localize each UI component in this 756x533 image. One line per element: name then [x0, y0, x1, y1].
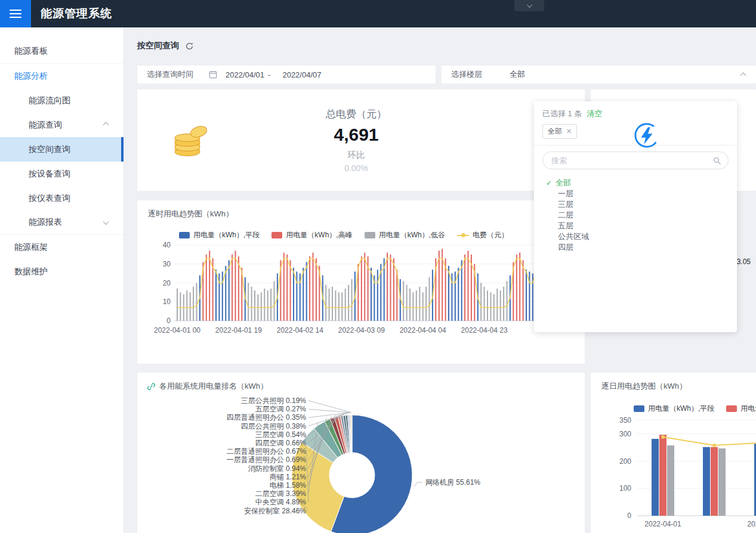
floor-option-label: 二层 [558, 210, 573, 221]
sidebar-item-能源分析[interactable]: 能源分析 [0, 64, 124, 88]
floor-option-label: 四层 [558, 242, 573, 253]
floor-option-label: 全部 [556, 178, 571, 188]
stat-title: 总电费（元） [282, 107, 431, 121]
daily-chart-title: 逐日用电趋势图（kWh） [591, 373, 756, 392]
selected-count: 已选择 1 条 [542, 109, 582, 118]
legend-label: 用电量（kWh）,平段 [648, 404, 714, 414]
time-filter-label: 选择查询时间 [147, 69, 193, 80]
svg-text:2022-04-03: 2022-04-03 [747, 520, 756, 528]
floor-option-三层[interactable]: 三层 [542, 199, 729, 210]
sidebar-item-能源报表[interactable]: 能源报表 [0, 210, 124, 235]
sidebar-item-能源流向图[interactable]: 能源流向图 [0, 88, 124, 113]
legend-swatch [726, 405, 737, 412]
calendar-icon [209, 70, 217, 79]
stat-sub-label: 环比 [282, 150, 431, 161]
sidebar-menu: 能源看板能源分析能源流向图能源查询按空间查询按设备查询按仪表查询能源报表能源框架… [0, 27, 124, 284]
hourly-trend-chart[interactable]: 0102030402022-04-01 002022-04-01 192022-… [137, 200, 585, 364]
legend-item[interactable]: 用电量（kWh）,平段 [179, 230, 260, 240]
sidebar-item-label: 按仪表查询 [29, 193, 108, 204]
chevron-down-icon [103, 219, 109, 225]
floor-option-公共区域[interactable]: 公共区域 [542, 231, 729, 242]
date-separator: - [268, 70, 270, 79]
stat-sub-value: 0.00% [282, 163, 431, 173]
svg-text:2022-04-01 00: 2022-04-01 00 [154, 326, 200, 334]
floor-search-input[interactable] [542, 151, 729, 169]
date-range-picker[interactable]: 选择查询时间 2022/04/01 - 2022/04/07 [137, 66, 436, 83]
search-icon [712, 156, 721, 165]
svg-text:五层空调 0.27%: 五层空调 0.27% [255, 405, 307, 413]
sidebar-item-数据维护[interactable]: 数据维护 [0, 259, 124, 284]
svg-text:40: 40 [163, 241, 171, 249]
main-content: 按空间查询 选择查询时间 2022/04/01 - 2022/04/07 选择楼… [124, 27, 756, 533]
selected-tag[interactable]: 全部✕ [542, 124, 577, 139]
daily-trend-chart[interactable]: 01002003003502022-04-012022-04-032022-04… [591, 373, 756, 533]
top-header: 能源管理系统 [0, 0, 756, 27]
svg-text:消防控制室 0.94%: 消防控制室 0.94% [248, 464, 307, 473]
legend-item[interactable]: 电费（元） [457, 230, 508, 240]
floor-option-label: 公共区域 [558, 231, 589, 242]
pie-chart-title: 各用能系统用电量排名（kWh） [159, 381, 268, 392]
svg-text:2022-04-01: 2022-04-01 [644, 520, 681, 528]
app-title: 能源管理系统 [41, 6, 112, 21]
stat-value: 4,691 [282, 125, 431, 145]
sidebar-item-按空间查询[interactable]: 按空间查询 [0, 137, 124, 162]
floor-option-label: 五层 [558, 221, 573, 231]
floor-option-五层[interactable]: 五层 [542, 221, 729, 231]
check-icon: ✓ [546, 178, 552, 188]
svg-text:300: 300 [619, 430, 631, 438]
sidebar-item-能源看板[interactable]: 能源看板 [0, 39, 124, 64]
sidebar-item-label: 按设备查询 [29, 169, 108, 179]
daily-chart-legend: 用电量（kWh）,平段用电量（kWh）,高峰用电量（kWh）,低谷电费（元） [634, 404, 756, 414]
svg-text:商铺 1.21%: 商铺 1.21% [270, 473, 307, 481]
tag-remove-icon[interactable]: ✕ [566, 128, 572, 135]
date-start[interactable]: 2022/04/01 [226, 70, 264, 79]
legend-item[interactable]: 用电量（kWh）,高峰 [271, 230, 352, 240]
svg-text:0: 0 [627, 512, 631, 520]
svg-text:安保控制室 28.46%: 安保控制室 28.46% [244, 507, 306, 515]
sidebar-item-能源框架[interactable]: 能源框架 [0, 235, 124, 259]
sidebar-item-按仪表查询[interactable]: 按仪表查询 [0, 186, 124, 210]
sidebar: 能源看板能源分析能源流向图能源查询按空间查询按设备查询按仪表查询能源报表能源框架… [0, 27, 124, 533]
legend-item[interactable]: 用电量（kWh）,高峰 [726, 404, 756, 414]
floor-option-label: 三层 [558, 199, 573, 210]
legend-swatch [634, 405, 644, 412]
svg-text:四层普通照明办公 0.35%: 四层普通照明办公 0.35% [227, 413, 307, 422]
selected-tag-label: 全部 [548, 126, 562, 137]
svg-text:四层空调 0.66%: 四层空调 0.66% [255, 439, 307, 447]
svg-text:2022-04-04 04: 2022-04-04 04 [400, 326, 446, 334]
svg-text:2022-04-02 14: 2022-04-02 14 [277, 326, 323, 334]
link-icon [147, 382, 156, 391]
floor-option-二层[interactable]: 二层 [542, 210, 729, 221]
legend-swatch [179, 232, 190, 238]
hamburger-menu-button[interactable] [0, 0, 31, 27]
legend-item[interactable]: 用电量（kWh）,平段 [634, 404, 714, 414]
ranking-pie-chart[interactable]: 三层公共照明 0.19%五层空调 0.27%四层普通照明办公 0.35%四层公共… [137, 373, 585, 533]
sidebar-item-label: 能源流向图 [29, 95, 108, 106]
floor-filter-label: 选择楼层 [451, 69, 482, 80]
clear-selection-button[interactable]: 清空 [587, 109, 602, 118]
svg-text:一层普通照明办公 0.69%: 一层普通照明办公 0.69% [227, 455, 307, 464]
sidebar-item-能源查询[interactable]: 能源查询 [0, 113, 124, 137]
floor-option-一层[interactable]: 一层 [542, 188, 729, 199]
date-end[interactable]: 2022/04/07 [282, 70, 321, 79]
header-collapse-tab[interactable] [514, 0, 544, 11]
svg-text:10: 10 [163, 298, 171, 306]
legend-label: 用电量（kWh）,平段 [193, 230, 260, 240]
refresh-icon[interactable] [185, 42, 194, 51]
page-title: 按空间查询 [137, 41, 179, 51]
lightning-icon [633, 122, 661, 149]
legend-swatch [271, 232, 282, 238]
svg-text:二层空调 3.39%: 二层空调 3.39% [255, 489, 307, 498]
svg-text:200: 200 [619, 457, 631, 466]
sidebar-item-label: 按空间查询 [29, 144, 108, 155]
svg-text:20: 20 [163, 279, 171, 287]
ranking-pie-panel: 各用能系统用电量排名（kWh） 三层公共照明 0.19%五层空调 0.27%四层… [137, 373, 585, 533]
floor-option-四层[interactable]: 四层 [542, 242, 729, 253]
sidebar-item-按设备查询[interactable]: 按设备查询 [0, 162, 124, 186]
chevron-down-icon [526, 2, 532, 8]
floor-select[interactable]: 选择楼层 全部 [442, 66, 756, 83]
legend-item[interactable]: 用电量（kWh）,低谷 [365, 230, 445, 240]
svg-text:二层普通照明办公 0.67%: 二层普通照明办公 0.67% [227, 447, 307, 455]
floor-option-全部[interactable]: ✓全部 [542, 178, 729, 188]
total-electricity-card: 总电费（元） 4,691 环比 0.00% [137, 89, 585, 191]
